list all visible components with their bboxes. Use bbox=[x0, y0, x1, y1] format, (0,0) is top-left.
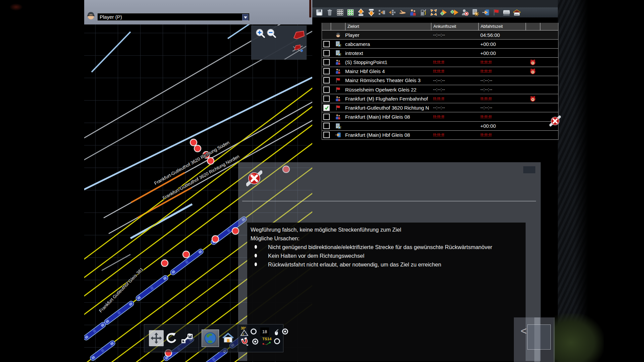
toolbar-remove-driver-button[interactable] bbox=[460, 8, 470, 17]
consist-dropdown[interactable]: Player (P) bbox=[97, 13, 250, 21]
home-view-button[interactable] bbox=[221, 331, 235, 345]
toolbar-uncouple-button[interactable] bbox=[387, 8, 397, 17]
row-checkbox[interactable] bbox=[323, 77, 330, 83]
magnet-snap-radio[interactable] bbox=[252, 339, 258, 345]
row-ankunftszeit: !!:!!:!! bbox=[431, 69, 478, 74]
toolbar-delete-button[interactable] bbox=[324, 8, 335, 17]
table-row[interactable]: Frankfurt-Gutleuthof 3620 Richtung N--:-… bbox=[322, 103, 558, 112]
gizmo-view-section bbox=[199, 324, 238, 352]
toolbar-service-properties-button[interactable] bbox=[470, 8, 480, 17]
toolbar-couple-button[interactable] bbox=[376, 8, 387, 17]
header-extra-col bbox=[540, 23, 556, 30]
move-up-icon bbox=[357, 8, 365, 16]
row-abfahrtszeit: !!:!!:!! bbox=[478, 132, 526, 137]
script-icon bbox=[335, 50, 341, 56]
ts14-radio[interactable] bbox=[274, 338, 280, 344]
flag-icon bbox=[335, 77, 341, 83]
table-row[interactable]: Frankfurt (Main) Hbf Gleis 08!!:!!:!!!!:… bbox=[322, 131, 558, 140]
toolbar-move-up-button[interactable] bbox=[356, 8, 366, 17]
table-row[interactable]: cabcamera+00:00 bbox=[322, 40, 558, 49]
table-row[interactable]: Frankfurt (Main) Hbf Gleis 08!!:!!:!!!!:… bbox=[322, 112, 558, 121]
row-abfahrtszeit: --:--:-- bbox=[478, 78, 526, 83]
passengers-icon bbox=[409, 8, 417, 16]
angle-snap-radio[interactable] bbox=[251, 328, 257, 335]
no-path-marker-icon[interactable] bbox=[246, 170, 262, 186]
toolbar-depot-button[interactable] bbox=[512, 8, 522, 17]
mouse-snap-icon[interactable] bbox=[274, 329, 279, 336]
toolbar-grid-green-button[interactable] bbox=[345, 8, 356, 17]
toolbar-fuel-button[interactable] bbox=[418, 8, 428, 17]
main-toolbar bbox=[312, 7, 558, 17]
editor-gizmo-toolbar: 30° 18 TS14 bbox=[144, 324, 283, 352]
toolbar-grid-button[interactable] bbox=[335, 8, 345, 17]
row-zielort-label: (S) StoppingPoint1 bbox=[345, 59, 431, 65]
table-row[interactable]: Mainz Hbf Gleis 4!!:!!:!!!!:!!:!! bbox=[322, 67, 558, 76]
camera-marker-icon[interactable] bbox=[294, 31, 304, 39]
row-checkbox[interactable] bbox=[323, 105, 330, 111]
flag-icon bbox=[335, 86, 341, 93]
world-view-button[interactable] bbox=[202, 329, 219, 347]
row-abfahrtszeit: +00:00 bbox=[478, 41, 526, 47]
panel-notch bbox=[523, 166, 535, 173]
row-checkbox[interactable] bbox=[323, 50, 330, 56]
map-control-panel bbox=[251, 25, 307, 60]
grid-size-input[interactable]: 18 bbox=[260, 327, 269, 336]
angle-snap-icon[interactable] bbox=[240, 329, 249, 336]
zoom-in-button[interactable] bbox=[256, 29, 264, 37]
bullet-icon bbox=[255, 262, 257, 266]
world-view-right bbox=[558, 0, 588, 362]
error-title: Wegführung falsch, keine mögliche Streck… bbox=[251, 225, 522, 234]
row-checkbox[interactable] bbox=[323, 86, 330, 93]
row-checkbox[interactable] bbox=[323, 114, 330, 120]
row-checkbox[interactable] bbox=[323, 123, 330, 129]
toolbar-save-button[interactable] bbox=[314, 8, 324, 17]
table-row[interactable]: (S) StoppingPoint1!!:!!:!!!!:!!:!! bbox=[322, 58, 558, 67]
driver-icon bbox=[335, 32, 341, 38]
row-checkbox[interactable] bbox=[323, 96, 330, 102]
row-checkbox[interactable] bbox=[323, 41, 330, 47]
toolbar-portal-button[interactable] bbox=[480, 8, 491, 17]
toolbar-passengers-button[interactable] bbox=[408, 8, 418, 17]
table-row[interactable]: introtext+00:00 bbox=[322, 49, 558, 58]
catenary-pole bbox=[309, 0, 311, 17]
row-abfahrtszeit: +00:00 bbox=[478, 50, 526, 56]
zoom-out-button[interactable] bbox=[267, 29, 275, 37]
toolbar-add-service-back-button[interactable] bbox=[449, 8, 460, 17]
save-icon bbox=[315, 8, 323, 16]
label-richtung-norden: Frankfurt-Gutleuthof 3620 Richtung Norde… bbox=[162, 154, 240, 201]
table-row[interactable]: Player--:--:--04:56:00 bbox=[322, 31, 558, 40]
toolbar-flag-button[interactable] bbox=[491, 8, 501, 17]
header-zielort: Zielort bbox=[345, 23, 431, 30]
table-row[interactable]: Frankfurt (M) Flughafen Fernbahnhof!!:!!… bbox=[322, 94, 558, 103]
move-tool-button[interactable] bbox=[149, 330, 164, 346]
row-ankunftszeit: !!:!!:!! bbox=[431, 60, 478, 65]
toolbar-platform-button[interactable] bbox=[501, 8, 512, 17]
toolbar-add-service-front-button[interactable] bbox=[439, 8, 449, 17]
depot-icon bbox=[513, 8, 521, 16]
table-row[interactable]: Rüsselsheim Opelwerk Gleis 22--:--:----:… bbox=[322, 85, 558, 94]
table-row[interactable]: +00:00 bbox=[322, 122, 558, 131]
toolbar-hand-button[interactable] bbox=[397, 8, 408, 17]
table-body: Player--:--:--04:56:00cabcamera+00:00int… bbox=[322, 31, 558, 140]
table-row[interactable]: Mainz Römisches Theater Gleis 3--:--:---… bbox=[322, 76, 558, 85]
label-gleis-381: Frankfurt Gutleuthof Gleis 381 bbox=[98, 267, 144, 314]
row-checkbox[interactable] bbox=[323, 68, 330, 74]
row-checkbox[interactable] bbox=[323, 59, 330, 65]
free-move-tool-button[interactable] bbox=[179, 330, 194, 346]
header-icon-col bbox=[331, 23, 345, 30]
rotate-tool-button[interactable] bbox=[164, 330, 179, 346]
row-abfahrtszeit: !!:!!:!! bbox=[478, 96, 526, 101]
move-down-icon bbox=[367, 8, 375, 16]
magnet-snap-icon[interactable] bbox=[240, 337, 250, 346]
toolbar-move-down-button[interactable] bbox=[366, 8, 376, 17]
row-abfahrtszeit: !!:!!:!! bbox=[478, 114, 526, 119]
dropdown-arrow-button[interactable] bbox=[242, 14, 249, 20]
driver-avatar-icon bbox=[86, 10, 96, 21]
ts14-gradient-icon[interactable] bbox=[262, 341, 271, 345]
chevron-left-icon[interactable]: < bbox=[521, 325, 527, 337]
camera-marker-small-icon[interactable] bbox=[292, 45, 303, 52]
mouse-snap-radio[interactable] bbox=[282, 328, 288, 335]
toolbar-collapse-button[interactable] bbox=[428, 8, 439, 17]
row-checkbox[interactable] bbox=[323, 132, 330, 138]
alarm-clock-icon bbox=[530, 96, 536, 102]
